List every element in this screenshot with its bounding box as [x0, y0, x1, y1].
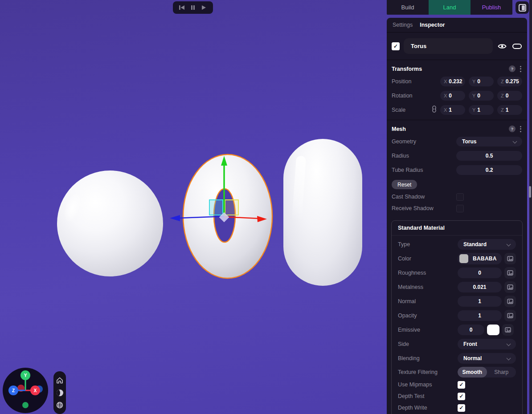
home-view-button[interactable] [54, 375, 65, 386]
depth-test-checkbox[interactable] [458, 393, 465, 400]
depth-test-row: Depth Test [398, 390, 516, 402]
depth-write-checkbox[interactable] [458, 404, 465, 412]
axis-y-label: Y [24, 373, 27, 378]
emissive-color-swatch[interactable] [487, 325, 499, 335]
normal-label: Normal [398, 298, 458, 304]
capsule-object[interactable] [283, 139, 362, 286]
rotation-y-input[interactable]: Y0 [469, 91, 494, 101]
material-opacity-row: Opacity 1 [398, 308, 516, 323]
roughness-texture-button[interactable] [504, 267, 516, 279]
cast-shadow-row: Cast Shadow [392, 191, 522, 203]
normal-texture-button[interactable] [504, 296, 516, 307]
page-scrollbar-thumb[interactable] [529, 186, 531, 198]
page-scrollbar-track[interactable] [529, 0, 532, 414]
color-texture-button[interactable] [504, 253, 516, 264]
orientation-gizmo[interactable]: Y Z X [3, 368, 48, 413]
side-dropdown[interactable]: Front [458, 339, 516, 349]
sidebar-toggle-icon [519, 4, 526, 12]
gizmo-plane-handle-yellow [225, 200, 238, 215]
torus-object-selected[interactable] [165, 147, 276, 289]
position-x-input[interactable]: X0.232 [440, 77, 465, 86]
chevron-down-icon [507, 342, 511, 346]
rotation-label: Rotation [392, 93, 440, 99]
scale-x-input[interactable]: X1 [440, 105, 465, 115]
geometry-row: Geometry Torus [392, 134, 522, 149]
entity-enabled-checkbox[interactable] [392, 42, 400, 50]
scale-link-icon[interactable] [432, 106, 437, 114]
material-color-row: Color BABABA [398, 252, 516, 266]
panel-tab-bar: Settings Inspector [387, 18, 527, 32]
help-icon[interactable]: ? [509, 65, 516, 72]
scale-y-input[interactable]: Y1 [469, 105, 494, 115]
panel-toggle-button[interactable] [516, 1, 529, 14]
skip-to-start-button[interactable] [176, 2, 187, 13]
use-mipmaps-checkbox[interactable] [458, 381, 465, 389]
receive-shadow-row: Receive Shadow [392, 203, 522, 214]
blending-dropdown[interactable]: Normal [458, 353, 516, 364]
tab-inspector[interactable]: Inspector [420, 22, 445, 28]
material-type-dropdown[interactable]: Standard [458, 239, 516, 250]
position-z-input[interactable]: Z0.275 [497, 77, 522, 86]
receive-shadow-checkbox[interactable] [456, 205, 464, 212]
geometry-label: Geometry [392, 138, 456, 145]
texture-filtering-segmented: Smooth Sharp [458, 367, 516, 377]
axis-neg-y-ball [22, 402, 29, 408]
radius-label: Radius [392, 153, 456, 159]
tab-settings[interactable]: Settings [393, 22, 413, 28]
metalness-label: Metalness [398, 284, 458, 290]
rotation-z-input[interactable]: Z0 [497, 91, 522, 101]
material-title: Standard Material [392, 221, 522, 235]
color-input[interactable]: BABABA [458, 253, 502, 264]
material-normal-row: Normal 1 [398, 294, 516, 308]
emissive-texture-button[interactable] [502, 324, 514, 336]
normal-input[interactable]: 1 [458, 296, 502, 307]
mesh-title: Mesh [392, 126, 509, 132]
entity-name-row: Torus [387, 32, 527, 60]
position-label: Position [392, 78, 440, 85]
metalness-input[interactable]: 0.021 [458, 282, 502, 292]
gizmo-plane-handle-cyan [209, 200, 223, 215]
material-metalness-row: Metalness 0.021 [398, 280, 516, 294]
metalness-texture-button[interactable] [504, 281, 516, 293]
roughness-input[interactable]: 0 [458, 268, 502, 278]
rotation-x-input[interactable]: X0 [440, 91, 465, 101]
depth-write-row: Depth Write [398, 402, 516, 414]
texture-filtering-smooth[interactable]: Smooth [458, 367, 487, 377]
scale-label: Scale [392, 107, 432, 113]
material-blending-row: Blending Normal [398, 351, 516, 365]
geometry-dropdown[interactable]: Torus [456, 137, 522, 146]
eye-icon[interactable] [497, 41, 507, 52]
radius-input[interactable]: 0.5 [456, 151, 522, 161]
more-menu-icon[interactable] [520, 126, 521, 132]
scale-z-input[interactable]: Z1 [497, 105, 522, 115]
depth-write-label: Depth Write [398, 405, 458, 411]
color-swatch[interactable] [459, 254, 468, 263]
help-icon[interactable]: ? [509, 126, 516, 132]
cast-shadow-checkbox[interactable] [456, 193, 464, 201]
tab-land[interactable]: Land [429, 0, 471, 15]
entity-name-input[interactable]: Torus [404, 38, 493, 54]
pause-button[interactable] [188, 2, 198, 13]
more-menu-icon[interactable] [520, 66, 521, 72]
axis-z-label: Z [12, 388, 15, 393]
opacity-input[interactable]: 1 [458, 310, 502, 321]
tube-radius-input[interactable]: 0.2 [456, 165, 522, 175]
material-type-row: Type Standard [398, 237, 516, 252]
reset-button[interactable]: Reset [392, 180, 417, 189]
transforms-title: Transforms [392, 66, 509, 72]
grid-globe-button[interactable] [54, 400, 65, 410]
emissive-input[interactable]: 0 [458, 325, 484, 335]
capsule-toggle-icon[interactable] [512, 41, 522, 52]
play-button[interactable] [199, 2, 209, 13]
moon-shading-button[interactable] [54, 387, 65, 398]
radius-row: Radius 0.5 [392, 149, 522, 163]
position-y-input[interactable]: Y0 [469, 77, 494, 86]
tab-build[interactable]: Build [387, 0, 429, 15]
type-label: Type [398, 241, 458, 248]
tab-publish[interactable]: Publish [471, 0, 512, 15]
roughness-label: Roughness [398, 270, 458, 276]
texture-filtering-sharp[interactable]: Sharp [487, 367, 516, 377]
sphere-object[interactable] [57, 170, 163, 276]
side-label: Side [398, 341, 458, 347]
opacity-texture-button[interactable] [504, 310, 516, 321]
